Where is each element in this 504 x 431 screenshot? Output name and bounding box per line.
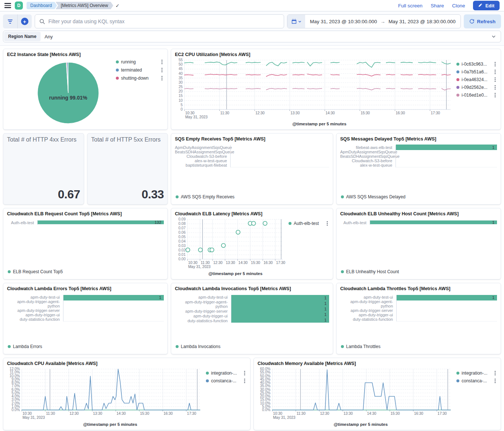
bar-row[interactable] <box>231 158 329 163</box>
legend-item[interactable]: Lambda Errors <box>8 344 42 349</box>
legend-item[interactable]: AWS SQS Messages Delayed <box>341 194 405 199</box>
bar-row[interactable] <box>397 316 497 321</box>
bar-row[interactable]: 1 <box>396 145 497 150</box>
legend-item[interactable]: constanca-... <box>456 378 497 383</box>
breadcrumb-dashboard[interactable]: Dashboard <box>27 2 57 9</box>
bar-row[interactable] <box>231 154 329 159</box>
legend-dot-icon <box>176 345 179 348</box>
bar-chart[interactable]: ApmDutyAssignmentSqsQueueBeatsSDHAssignm… <box>175 142 329 192</box>
bar-row[interactable] <box>231 145 329 150</box>
bar-row[interactable] <box>397 305 497 310</box>
calendar-button[interactable] <box>287 15 305 28</box>
region-name-filter[interactable]: Region Name Any <box>3 31 501 42</box>
bar-chart[interactable]: Auth-elb-test1 <box>340 217 497 267</box>
date-to[interactable]: May 31, 2023 @ 18:30:00.000 <box>389 19 456 24</box>
line-chart[interactable]: 0.0%5.0%10.0%15.0%20.0%25.0%30.0%35.0%40… <box>258 367 454 421</box>
bar-chart[interactable]: apm-duty-test-uiapm-duty-trigger-agent-p… <box>175 292 329 342</box>
legend-item[interactable]: shutting-down <box>116 76 164 81</box>
space-avatar[interactable]: D <box>15 1 23 10</box>
calendar-icon <box>291 19 297 24</box>
bar-row[interactable]: 1 <box>370 220 497 225</box>
legend-item[interactable]: Auth-elb-test <box>289 221 329 226</box>
legend-item[interactable]: i-0c63c963... <box>456 62 497 67</box>
legend-item[interactable]: ELB Unhealthy Host Count <box>341 269 399 274</box>
bar-row[interactable] <box>396 154 497 159</box>
line-chart[interactable]: 0.0%1.0%2.0%3.0%4.0%5.0%6.0%7.0%8.0%9.0%… <box>7 367 204 421</box>
date-from[interactable]: May 31, 2023 @ 10:30:00.000 <box>310 19 377 24</box>
legend-dot-icon <box>456 70 459 73</box>
legend-label: running <box>121 59 136 65</box>
legend-item[interactable]: constanca-... <box>206 378 246 383</box>
scatter-chart[interactable]: 0.000.010.020.030.040.050.060.070.080.09… <box>175 217 286 270</box>
legend-label: AWS SQS Empty Receives <box>181 194 235 199</box>
legend-item[interactable]: integration-... <box>456 371 497 376</box>
legend-item[interactable]: integration-... <box>206 371 246 376</box>
legend-item[interactable]: i-0ea46324... <box>456 77 497 82</box>
chart-legend[interactable]: ELB Unhealthy Host Count <box>340 267 497 276</box>
chart-legend[interactable]: ELB Request Count Top5 <box>7 267 164 276</box>
bar-row[interactable]: 1 <box>231 312 329 317</box>
chart-legend[interactable]: i-0c63c963...i-0a7b51a6...i-0ea46324...i… <box>454 58 497 126</box>
chart-legend[interactable]: Auth-elb-test <box>286 217 329 276</box>
legend-item[interactable]: terminated <box>116 67 164 73</box>
bar-row[interactable]: 132 <box>38 220 164 225</box>
bar-row[interactable] <box>397 300 497 305</box>
bar: 1 <box>231 300 329 306</box>
breadcrumb-overview[interactable]: [Metrics AWS] Overview <box>56 2 113 9</box>
bar-value-label: 1 <box>324 318 327 322</box>
legend-item[interactable]: i-016ed1e0... <box>456 93 497 98</box>
legend-item[interactable]: Lambda Throttles <box>341 344 380 349</box>
chart-legend[interactable]: integration-...constanca-... <box>454 367 497 427</box>
filter-icon[interactable] <box>3 14 17 28</box>
bar-chart[interactable]: apm-duty-test-uiapm-duty-trigger-agent-p… <box>340 292 497 342</box>
share-link[interactable]: Share <box>431 3 444 8</box>
bar-chart[interactable]: filebeat-aws-elb-testApmDutyAssignmentSq… <box>340 142 497 192</box>
add-filter-button[interactable]: + <box>17 14 32 28</box>
bar-row[interactable]: 1 <box>231 317 329 323</box>
bar-row[interactable] <box>396 150 497 154</box>
bar-chart[interactable]: Auth-elb-test132 <box>7 217 164 267</box>
bar-row[interactable] <box>397 311 497 316</box>
edit-button[interactable]: Edit <box>473 1 500 10</box>
bar-row[interactable] <box>63 316 164 321</box>
legend-item[interactable]: ELB Request Count Top5 <box>8 269 63 274</box>
legend-item[interactable]: Lambda Invocations <box>176 344 220 349</box>
kql-search-input[interactable]: Filter your data using KQL syntax <box>35 14 284 28</box>
bar-row[interactable] <box>63 311 164 316</box>
bar-chart[interactable]: apm-duty-test-uiapm-duty-trigger-agent-p… <box>7 292 164 342</box>
chart-legend[interactable]: AWS SQS Messages Delayed <box>340 192 497 201</box>
chart-legend[interactable]: runningterminatedshutting-down <box>116 59 164 81</box>
legend-actions-icon <box>493 77 497 82</box>
bar-row[interactable] <box>396 163 497 167</box>
bar-row[interactable] <box>231 150 329 154</box>
legend-item[interactable]: i-0a7b51a6... <box>456 69 497 74</box>
bar-row[interactable] <box>63 300 164 305</box>
legend-item[interactable]: i-09d2562e... <box>456 85 497 90</box>
bar-row[interactable] <box>231 163 329 167</box>
bar-row[interactable]: 1 <box>231 306 329 312</box>
line-chart[interactable]: 051015202530354045505510:30May 31, 20231… <box>175 58 454 121</box>
svg-text:11:30: 11:30 <box>201 261 210 265</box>
bar-row[interactable]: 1 <box>231 295 329 300</box>
legend-item[interactable]: AWS SQS Empty Receives <box>176 194 235 199</box>
chart-legend[interactable]: Lambda Errors <box>7 342 164 351</box>
menu-icon[interactable] <box>4 3 11 8</box>
svg-text:14:30: 14:30 <box>325 111 335 115</box>
legend-actions-icon <box>493 85 497 90</box>
bar-row[interactable]: 1 <box>231 300 329 306</box>
svg-text:16:30: 16:30 <box>263 261 273 265</box>
legend-item[interactable]: running <box>116 59 164 65</box>
chart-legend[interactable]: Lambda Invocations <box>175 342 329 351</box>
chart-legend[interactable]: integration-...constanca-... <box>204 367 246 427</box>
panel-lambda-invocations: Cloudwatch Lambda Invocations Top5 [Metr… <box>171 283 333 354</box>
clone-link[interactable]: Clone <box>452 3 465 8</box>
bar-row[interactable] <box>63 305 164 310</box>
bar-row[interactable]: 1 <box>397 295 497 300</box>
chart-legend[interactable]: AWS SQS Empty Receives <box>175 192 329 201</box>
legend-label: Lambda Invocations <box>181 344 220 349</box>
chart-legend[interactable]: Lambda Throttles <box>340 342 497 351</box>
full-screen-link[interactable]: Full screen <box>398 3 422 8</box>
refresh-button[interactable]: Refresh <box>464 14 501 28</box>
bar-row[interactable] <box>396 158 497 163</box>
bar-row[interactable]: 1 <box>63 295 164 300</box>
